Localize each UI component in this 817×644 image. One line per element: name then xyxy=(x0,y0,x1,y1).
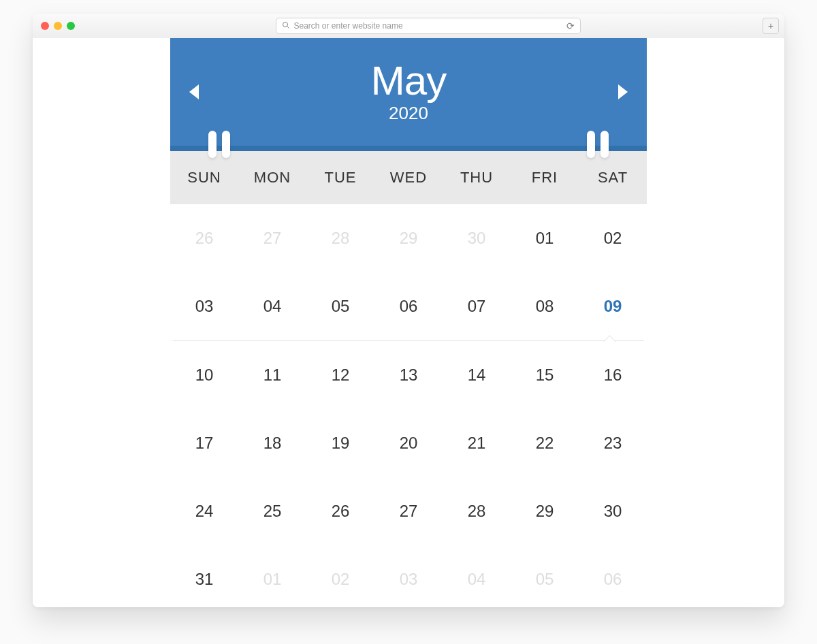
calendar-day[interactable]: 21 xyxy=(443,409,511,477)
page-viewport: May 2020 SUN MON TUE WED THU xyxy=(33,38,784,607)
previous-month-button[interactable] xyxy=(189,84,199,99)
window-minimize-button[interactable] xyxy=(54,22,62,30)
calendar: May 2020 SUN MON TUE WED THU xyxy=(170,38,647,607)
calendar-day[interactable]: 06 xyxy=(374,272,443,340)
calendar-day[interactable]: 15 xyxy=(511,341,579,409)
calendar-day[interactable]: 24 xyxy=(170,477,238,545)
window-close-button[interactable] xyxy=(41,22,49,30)
calendar-day[interactable]: 25 xyxy=(238,477,306,545)
next-month-button[interactable] xyxy=(618,84,628,99)
calendar-day[interactable]: 07 xyxy=(443,272,511,340)
calendar-day[interactable]: 02 xyxy=(306,545,374,607)
browser-titlebar: Search or enter website name ⟳ + xyxy=(33,14,784,39)
ring-hole xyxy=(222,131,230,158)
calendar-day[interactable]: 26 xyxy=(306,477,374,545)
calendar-day[interactable]: 30 xyxy=(443,204,511,272)
day-of-week-label: SAT xyxy=(579,169,647,187)
day-of-week-label: WED xyxy=(374,169,443,187)
ring-hole xyxy=(600,131,609,158)
calendar-day[interactable]: 03 xyxy=(170,272,238,340)
calendar-grid: 2627282930010203040506070809101112131415… xyxy=(170,204,647,607)
calendar-day[interactable]: 14 xyxy=(443,341,511,409)
browser-window: Search or enter website name ⟳ + May 202… xyxy=(33,14,784,607)
calendar-day[interactable]: 27 xyxy=(238,204,306,272)
ring-hole xyxy=(587,131,595,158)
calendar-day[interactable]: 10 xyxy=(170,341,238,409)
svg-line-1 xyxy=(287,26,289,28)
reload-icon[interactable]: ⟳ xyxy=(566,20,575,31)
calendar-day[interactable]: 28 xyxy=(306,204,374,272)
day-of-week-row: SUN MON TUE WED THU FRI SAT xyxy=(170,151,647,204)
calendar-day[interactable]: 05 xyxy=(306,272,374,340)
new-tab-button[interactable]: + xyxy=(763,18,779,34)
calendar-day[interactable]: 31 xyxy=(170,545,238,607)
calendar-year-label: 2020 xyxy=(371,103,446,124)
calendar-day[interactable]: 19 xyxy=(306,409,374,477)
calendar-day[interactable]: 03 xyxy=(374,545,443,607)
day-of-week-label: FRI xyxy=(511,169,579,187)
search-icon xyxy=(282,21,290,31)
calendar-day[interactable]: 16 xyxy=(579,341,647,409)
calendar-day[interactable]: 27 xyxy=(374,477,443,545)
day-of-week-label: TUE xyxy=(306,169,374,187)
calendar-day[interactable]: 04 xyxy=(443,545,511,607)
day-of-week-label: SUN xyxy=(170,169,238,187)
calendar-day[interactable]: 18 xyxy=(238,409,306,477)
day-of-week-label: THU xyxy=(443,169,511,187)
calendar-day[interactable]: 26 xyxy=(170,204,238,272)
calendar-day[interactable]: 20 xyxy=(374,409,443,477)
calendar-day[interactable]: 12 xyxy=(306,341,374,409)
calendar-day[interactable]: 01 xyxy=(511,204,579,272)
calendar-day[interactable]: 01 xyxy=(238,545,306,607)
calendar-day[interactable]: 08 xyxy=(511,272,579,340)
calendar-day[interactable]: 04 xyxy=(238,272,306,340)
calendar-header: May 2020 xyxy=(170,38,647,146)
calendar-month-label: May xyxy=(371,61,446,101)
calendar-binder-bar xyxy=(170,146,647,151)
calendar-day[interactable]: 28 xyxy=(443,477,511,545)
address-bar-placeholder: Search or enter website name xyxy=(294,21,403,31)
calendar-day[interactable]: 02 xyxy=(579,204,647,272)
window-zoom-button[interactable] xyxy=(67,22,75,30)
calendar-day[interactable]: 06 xyxy=(579,545,647,607)
calendar-day[interactable]: 05 xyxy=(511,545,579,607)
calendar-day[interactable]: 11 xyxy=(238,341,306,409)
day-of-week-label: MON xyxy=(238,169,306,187)
ring-hole xyxy=(208,131,217,158)
calendar-day[interactable]: 17 xyxy=(170,409,238,477)
calendar-day[interactable]: 22 xyxy=(511,409,579,477)
calendar-day-selected[interactable]: 09 xyxy=(579,272,647,340)
address-bar[interactable]: Search or enter website name ⟳ xyxy=(276,18,581,34)
calendar-day[interactable]: 30 xyxy=(579,477,647,545)
calendar-day[interactable]: 29 xyxy=(374,204,443,272)
calendar-day[interactable]: 23 xyxy=(579,409,647,477)
calendar-day[interactable]: 29 xyxy=(511,477,579,545)
calendar-day[interactable]: 13 xyxy=(374,341,443,409)
svg-point-0 xyxy=(283,22,287,27)
